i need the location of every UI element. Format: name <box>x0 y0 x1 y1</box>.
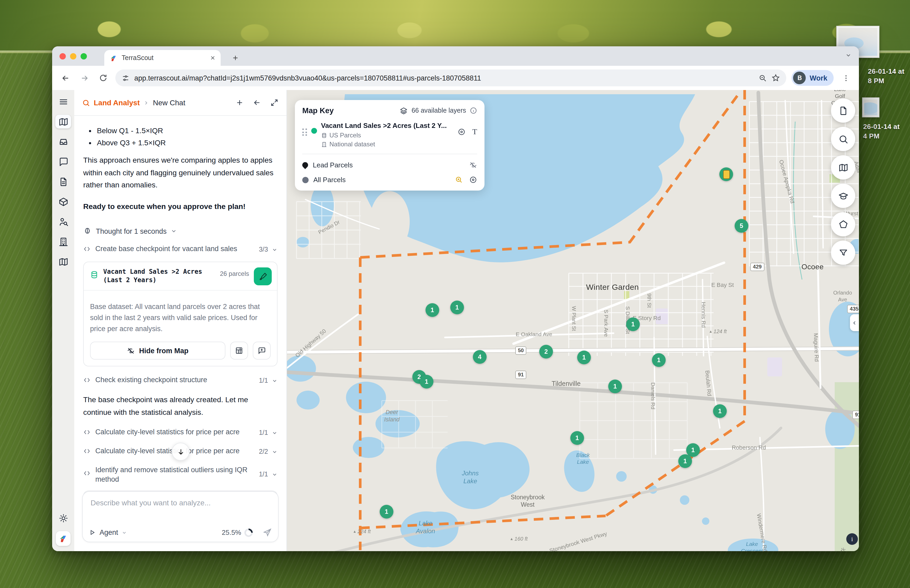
sidebar-item-maps-icon[interactable] <box>55 255 71 268</box>
map-info-button[interactable]: i <box>846 533 858 545</box>
chevron-down-icon[interactable] <box>272 247 278 252</box>
map-marker-cluster[interactable]: 1 <box>420 375 433 388</box>
bookmark-star-icon[interactable] <box>772 74 780 82</box>
map-marker-cluster[interactable]: 1 <box>652 353 666 367</box>
map-marker-cluster[interactable]: 1 <box>608 380 622 393</box>
screenshot-filename-2[interactable]: 26-01-14 at 4 PM <box>863 122 900 141</box>
map-marker-cluster[interactable]: 1 <box>450 300 464 314</box>
map-key-layer-row[interactable]: All Parcels <box>302 176 477 184</box>
map-marker-cluster[interactable]: 1 <box>571 431 584 445</box>
chevron-down-icon[interactable] <box>272 430 278 436</box>
highway-shield: 429 <box>750 263 764 271</box>
chevron-down-icon[interactable] <box>272 472 278 477</box>
style-layer-button[interactable] <box>254 267 272 285</box>
learn-button[interactable] <box>831 184 855 208</box>
chat-back-button[interactable] <box>253 99 261 107</box>
info-icon[interactable] <box>470 107 477 114</box>
visibility-icon[interactable] <box>457 128 466 136</box>
sidebar-item-menu-icon[interactable] <box>55 95 71 108</box>
map-marker-selected[interactable] <box>719 167 733 181</box>
screenshot2-filename-line1: 26-01-14 at <box>863 123 900 131</box>
close-window-button[interactable] <box>60 53 66 60</box>
desktop-screenshot-thumbnail-2[interactable] <box>862 97 879 117</box>
sidebar-item-parcel-3d-icon[interactable] <box>55 195 71 208</box>
chat-message-list[interactable]: Below Q1 - 1.5×IQR Above Q3 + 1.5×IQR Th… <box>74 116 286 551</box>
map-key-layer-row[interactable]: Vacant Land Sales >2 Acres (Last 2 Y... … <box>302 121 477 148</box>
url-text[interactable]: app.terrascout.ai/map?chatId=j2s1j1wm576… <box>134 74 754 82</box>
map-canvas[interactable]: Winter GardenOcoeeTildenvilleDeer Island… <box>287 90 859 551</box>
map-search-button[interactable] <box>831 127 855 151</box>
layer-name: Lead Parcels <box>313 161 353 169</box>
theme-toggle-sun-icon[interactable] <box>55 511 71 525</box>
visibility-icon[interactable] <box>469 176 477 184</box>
mode-selector[interactable]: Agent <box>89 528 127 536</box>
sidebar-item-buildings-icon[interactable] <box>55 235 71 249</box>
collapse-panel-button[interactable] <box>850 314 859 331</box>
wallpaper-trees <box>0 0 910 50</box>
sidebar-item-inbox-icon[interactable] <box>55 135 71 149</box>
sidebar-item-lead-search-icon[interactable] <box>55 215 71 228</box>
new-tab-button[interactable] <box>229 52 242 64</box>
hide-from-map-button[interactable]: Hide from Map <box>90 342 225 360</box>
map-marker-cluster[interactable]: 1 <box>678 454 692 468</box>
send-button[interactable] <box>263 528 272 537</box>
map-marker-cluster[interactable]: 1 <box>577 351 591 364</box>
map-marker-cluster[interactable]: 1 <box>713 404 727 418</box>
map-marker-cluster[interactable]: 1 <box>425 303 439 317</box>
available-layers-label[interactable]: 66 available layers <box>412 107 466 114</box>
tool-call-row[interactable]: Calculate city-level statistics for pric… <box>83 427 278 438</box>
tool-call-row[interactable]: Create base checkpoint for vacant land s… <box>83 244 278 254</box>
profile-chip[interactable]: B Work <box>792 70 834 86</box>
layer-color-dot <box>311 128 317 134</box>
map-key-layer-row[interactable]: Lead Parcels <box>302 161 477 169</box>
zoom-out-icon[interactable] <box>759 74 767 82</box>
zoom-to-layer-icon[interactable] <box>455 176 463 184</box>
breadcrumb-agent[interactable]: Land Analyst <box>94 99 140 107</box>
chat-input[interactable]: Describe what you want to analyze... Age… <box>82 491 279 542</box>
map-marker-cluster[interactable]: 4 <box>473 350 487 364</box>
tab-search-chevron-icon[interactable] <box>845 52 852 58</box>
chevron-down-icon[interactable] <box>272 449 278 455</box>
code-icon <box>83 447 91 455</box>
map-marker-cluster[interactable]: 5 <box>735 219 748 233</box>
document-tool-button[interactable] <box>831 99 855 123</box>
breadcrumb-chat-title[interactable]: New Chat <box>153 99 185 107</box>
drag-handle-icon[interactable] <box>302 128 307 136</box>
map-marker-cluster[interactable]: 1 <box>626 317 640 331</box>
chevron-down-icon[interactable] <box>171 228 177 234</box>
map-marker-cluster[interactable]: 2 <box>539 345 553 359</box>
expand-chat-button[interactable] <box>270 99 279 107</box>
forward-button[interactable] <box>78 71 91 85</box>
browser-menu-icon[interactable] <box>839 71 853 85</box>
scroll-to-bottom-button[interactable] <box>172 443 189 460</box>
thought-row[interactable]: Thought for 1 seconds <box>83 227 278 235</box>
screenshot-filename[interactable]: 26-01-14 at 8 PM <box>868 67 905 86</box>
map-marker-cluster[interactable]: 1 <box>380 505 393 519</box>
site-controls-icon[interactable] <box>122 74 129 82</box>
sidebar-item-map-view-icon[interactable] <box>55 115 71 128</box>
reload-button[interactable] <box>96 71 110 85</box>
new-chat-button[interactable] <box>235 99 244 107</box>
sidebar-item-chat-icon[interactable] <box>55 155 71 168</box>
browser-tab[interactable]: TerraScout <box>104 50 221 66</box>
zoom-window-button[interactable] <box>81 53 87 60</box>
chevron-down-icon[interactable] <box>272 378 278 383</box>
back-button[interactable] <box>58 71 72 85</box>
eye-off-icon[interactable] <box>469 161 477 169</box>
address-bar[interactable]: app.terrascout.ai/map?chatId=j2s1j1wm576… <box>115 69 787 86</box>
label-toggle-icon[interactable]: T <box>472 128 477 136</box>
code-icon <box>83 470 91 477</box>
tab-close-icon[interactable] <box>210 55 215 61</box>
layer-color-dot <box>302 177 309 183</box>
tool-call-row[interactable]: Identify and remove statistical outliers… <box>83 465 278 484</box>
terrascout-logo[interactable] <box>56 531 71 546</box>
sidebar-item-documents-icon[interactable] <box>55 175 71 189</box>
view-table-button[interactable] <box>230 342 248 360</box>
draw-polygon-button[interactable] <box>831 212 855 236</box>
tool-call-count: 1/1 <box>259 376 268 385</box>
tool-call-row[interactable]: Check existing checkpoint structure 1/1 <box>83 375 278 385</box>
minimize-window-button[interactable] <box>70 53 76 60</box>
filter-button[interactable] <box>831 241 855 265</box>
basemap-style-button[interactable] <box>831 155 855 179</box>
comment-add-button[interactable] <box>253 342 271 360</box>
